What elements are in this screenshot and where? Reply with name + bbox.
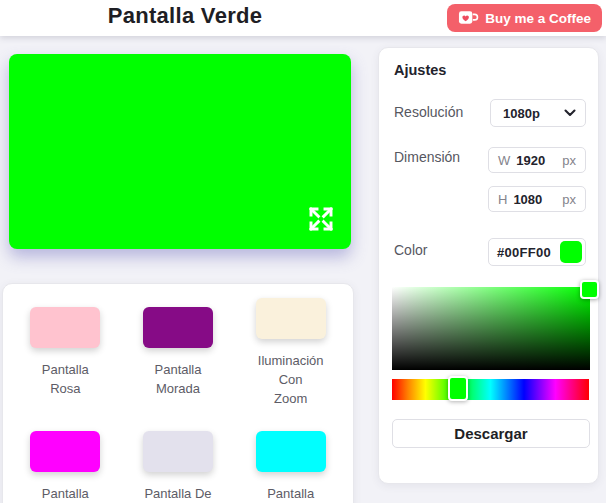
- width-prefix: W: [498, 153, 510, 168]
- preset-screens-grid: Pantalla Rosa Pantalla Morada Iluminació…: [3, 284, 353, 503]
- swatch-color-box[interactable]: [256, 431, 326, 472]
- resolution-value: 1080p: [503, 106, 540, 121]
- color-hex-value: #00FF00: [497, 245, 551, 260]
- swatch-label: Pantalla Magenta: [40, 485, 91, 503]
- preset-pantalla-cian[interactable]: Pantalla Cian: [234, 431, 347, 503]
- chevron-down-icon: [564, 109, 576, 117]
- swatch-color-box[interactable]: [256, 298, 326, 339]
- height-unit: px: [562, 192, 576, 207]
- hue-slider[interactable]: [392, 379, 589, 400]
- preset-iluminacion-con-zoom[interactable]: Iluminación Con Zoom: [234, 298, 347, 409]
- saturation-handle[interactable]: [580, 280, 599, 299]
- width-value: 1920: [516, 153, 545, 168]
- settings-panel: Ajustes Resolución 1080p Dimensión W 192…: [378, 47, 599, 484]
- height-value: 1080: [513, 192, 542, 207]
- color-label: Color: [394, 242, 427, 258]
- green-screen-preview[interactable]: [9, 54, 351, 249]
- swatch-label: Pantalla Cian: [267, 485, 314, 503]
- buy-button-label: Buy me a Coffee: [485, 11, 591, 26]
- settings-title: Ajustes: [394, 62, 446, 78]
- swatch-color-box[interactable]: [143, 431, 213, 472]
- preset-screens-card: Pantalla Rosa Pantalla Morada Iluminació…: [2, 283, 354, 503]
- preset-pantalla-de-lavanda[interactable]: Pantalla De Lavanda: [122, 431, 235, 503]
- width-input[interactable]: W 1920 px: [488, 147, 586, 173]
- saturation-picker[interactable]: [392, 287, 590, 370]
- width-unit: px: [562, 153, 576, 168]
- coffee-cup-icon: [458, 10, 479, 26]
- buy-me-a-coffee-button[interactable]: Buy me a Coffee: [447, 4, 602, 32]
- page-title: Pantalla Verde: [0, 3, 370, 29]
- resolution-select[interactable]: 1080p: [490, 99, 586, 127]
- swatch-label: Pantalla Rosa: [42, 361, 89, 399]
- height-prefix: H: [498, 192, 507, 207]
- swatch-label: Pantalla Morada: [155, 361, 202, 399]
- download-button[interactable]: Descargar: [392, 419, 590, 448]
- height-input[interactable]: H 1080 px: [488, 186, 586, 212]
- dimension-label: Dimensión: [394, 149, 460, 165]
- preset-pantalla-morada[interactable]: Pantalla Morada: [122, 307, 235, 399]
- fullscreen-expand-icon[interactable]: [305, 203, 337, 235]
- resolution-label: Resolución: [394, 104, 463, 120]
- header-bar: Pantalla Verde Buy me a Coffee: [0, 0, 606, 36]
- swatch-label: Pantalla De Lavanda: [144, 485, 211, 503]
- color-hex-input[interactable]: #00FF00: [488, 238, 586, 266]
- preset-pantalla-rosa[interactable]: Pantalla Rosa: [9, 307, 122, 399]
- color-chip[interactable]: [560, 241, 582, 263]
- swatch-color-box[interactable]: [30, 307, 100, 348]
- swatch-label: Iluminación Con Zoom: [258, 352, 324, 409]
- preset-pantalla-magenta[interactable]: Pantalla Magenta: [9, 431, 122, 503]
- hue-handle[interactable]: [448, 376, 468, 401]
- swatch-color-box[interactable]: [143, 307, 213, 348]
- swatch-color-box[interactable]: [30, 431, 100, 472]
